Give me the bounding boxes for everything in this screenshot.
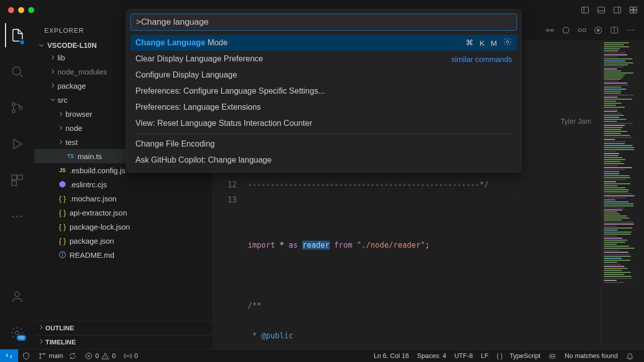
file-item[interactable]: { }package-lock.json — [34, 220, 212, 234]
timeline-section[interactable]: TIMELINE — [34, 335, 212, 349]
gear-icon[interactable] — [503, 37, 512, 48]
svg-point-53 — [507, 41, 509, 43]
shield-icon — [22, 352, 30, 360]
layout-panel-bottom-icon[interactable] — [597, 6, 606, 15]
status-ports[interactable]: 0 — [120, 349, 142, 362]
bell-icon — [626, 352, 634, 360]
status-branch[interactable]: main — [34, 349, 81, 362]
tree-label: README.md — [69, 251, 114, 259]
svg-point-31 — [563, 27, 569, 33]
tree-label: test — [65, 138, 78, 147]
activity-search[interactable] — [5, 59, 29, 84]
layout-panel-left-icon[interactable] — [581, 6, 590, 15]
activity-debug[interactable] — [5, 132, 29, 156]
status-trust[interactable] — [18, 349, 34, 362]
file-item[interactable]: { }api-extractor.json — [34, 205, 212, 220]
svg-rect-9 — [634, 11, 637, 13]
activity-account[interactable] — [5, 284, 29, 309]
file-item[interactable]: README.md — [34, 248, 212, 262]
activity-explorer[interactable] — [5, 23, 29, 47]
tree-label: package.json — [69, 237, 114, 245]
file-item[interactable]: { }package.json — [34, 234, 212, 248]
more-icon[interactable] — [626, 26, 635, 35]
svg-rect-0 — [582, 7, 589, 13]
status-search-matches[interactable]: No matches found — [560, 349, 622, 362]
activity-more[interactable] — [5, 204, 29, 229]
command-palette-item[interactable]: Change File Encoding — [130, 136, 517, 152]
run-icon[interactable] — [594, 26, 603, 35]
chevron-down-icon — [48, 95, 57, 104]
go-back-icon[interactable] — [561, 26, 570, 35]
go-forward-icon[interactable] — [578, 26, 587, 35]
file-icon: { } — [57, 194, 67, 203]
split-editor-icon[interactable] — [610, 26, 619, 35]
svg-point-41 — [40, 353, 41, 354]
file-icon: { } — [57, 237, 67, 245]
tree-label: .esbuild.config.js — [69, 166, 125, 175]
command-palette-item[interactable]: Configure Display Language — [130, 67, 517, 83]
chevron-right-icon — [48, 67, 57, 76]
status-indent[interactable]: Spaces: 4 — [413, 349, 450, 362]
svg-point-48 — [105, 357, 106, 358]
status-encoding[interactable]: UTF-8 — [450, 349, 477, 362]
outline-section[interactable]: OUTLINE — [34, 321, 212, 335]
svg-point-33 — [583, 29, 586, 32]
chevron-right-icon — [37, 337, 45, 347]
status-language[interactable]: { } TypeScript — [492, 349, 544, 362]
svg-point-42 — [40, 357, 41, 358]
activity-extensions[interactable] — [5, 168, 29, 192]
command-palette-item[interactable]: Preferences: Language Extensions — [130, 99, 517, 115]
command-palette-item[interactable]: Change Language Mode⌘KM — [130, 35, 517, 51]
chevron-right-icon — [56, 109, 65, 118]
command-palette-input[interactable] — [130, 14, 517, 31]
status-position[interactable]: Ln 6, Col 16 — [370, 349, 413, 362]
file-icon: TS — [65, 154, 76, 159]
timeline-label: TIMELINE — [45, 338, 76, 346]
svg-point-13 — [12, 110, 15, 113]
svg-point-19 — [12, 215, 14, 218]
svg-rect-16 — [12, 175, 17, 180]
file-icon: { } — [57, 208, 67, 217]
file-item[interactable]: { }.mocharc.json — [34, 191, 212, 205]
maximize-window-button[interactable] — [28, 7, 34, 13]
activity-settings[interactable]: RE — [5, 321, 29, 345]
status-notifications[interactable] — [622, 349, 638, 362]
minimap[interactable] — [601, 40, 644, 349]
line-number: 13 — [212, 192, 237, 207]
layout-customize-icon[interactable] — [629, 6, 638, 15]
chevron-right-icon — [48, 53, 57, 62]
settings-badge: RE — [17, 335, 26, 341]
chevron-right-icon — [37, 323, 45, 333]
tree-label: node — [65, 124, 82, 132]
tree-label: browser — [65, 110, 92, 118]
titlebar-actions — [581, 6, 638, 15]
command-palette-item[interactable]: Clear Display Language Preferencesimilar… — [130, 51, 517, 67]
svg-rect-2 — [598, 7, 605, 13]
command-palette-item[interactable]: Preferences: Configure Language Specific… — [130, 83, 517, 99]
radio-icon — [124, 352, 132, 360]
status-problems[interactable]: 0 0 — [81, 349, 119, 362]
svg-point-12 — [12, 103, 15, 106]
command-palette-item[interactable]: View: Reset Language Status Interaction … — [130, 115, 517, 131]
minimize-window-button[interactable] — [18, 7, 24, 13]
sync-icon — [68, 352, 77, 360]
root-folder-label: VSCODE-L10N — [47, 41, 97, 49]
compare-icon[interactable] — [545, 26, 554, 35]
status-eol[interactable]: LF — [477, 349, 492, 362]
copilot-icon — [548, 352, 556, 360]
tree-label: node_modules — [57, 67, 107, 76]
file-item[interactable]: .eslintrc.cjs — [34, 177, 212, 191]
layout-panel-right-icon[interactable] — [613, 6, 622, 15]
codelens-author[interactable]: Tyler Jam — [560, 114, 591, 129]
svg-rect-7 — [634, 7, 637, 10]
window-controls — [5, 7, 34, 13]
svg-marker-15 — [14, 139, 22, 149]
ports-count: 0 — [134, 352, 138, 359]
command-palette-item[interactable]: Ask GitHub Copilot: Change language — [130, 152, 517, 168]
status-copilot[interactable] — [544, 349, 560, 362]
activity-scm[interactable] — [5, 96, 29, 120]
tree-label: lib — [57, 53, 65, 62]
close-window-button[interactable] — [8, 7, 14, 13]
remote-button[interactable] — [0, 349, 18, 362]
svg-point-21 — [20, 215, 22, 218]
